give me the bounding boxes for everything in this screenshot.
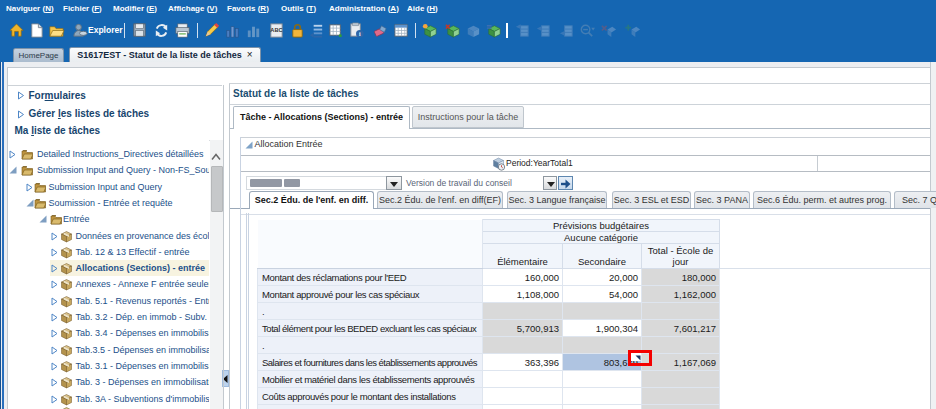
svg-text:ABC: ABC	[270, 27, 282, 33]
